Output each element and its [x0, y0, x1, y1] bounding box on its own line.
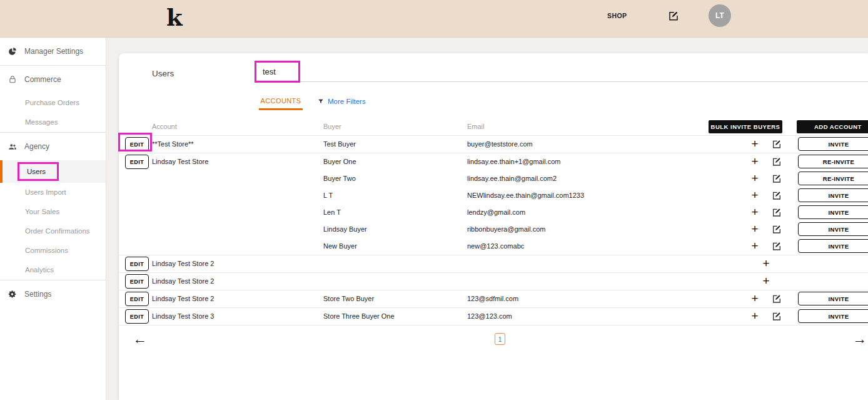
- more-filters-button[interactable]: More Filters: [318, 93, 366, 110]
- sidebar-item-purchase-orders[interactable]: Purchase Orders: [0, 93, 106, 113]
- invite-button[interactable]: INVITE: [798, 222, 868, 236]
- table-row: Buyer Onelindsay.ee.thain+1@gmail.com+RE…: [323, 153, 868, 170]
- edit-buyer-icon[interactable]: [772, 224, 782, 234]
- account-cell: EDITLindsay Test Store 2: [119, 273, 323, 290]
- buyer-rows: +: [323, 255, 868, 272]
- sidebar-item-users-import[interactable]: Users Import: [0, 183, 106, 202]
- table-row: Store Three Buyer One123@123.com+INVITE: [323, 308, 868, 325]
- add-buyer-icon[interactable]: +: [749, 170, 761, 186]
- buyer-name: Test Buyer: [323, 136, 356, 153]
- add-account-button[interactable]: ADD ACCOUNT: [797, 120, 868, 133]
- edit-account-button[interactable]: EDIT: [125, 137, 149, 151]
- edit-buyer-icon[interactable]: [772, 241, 782, 251]
- sidebar-item-label: Users Import: [25, 188, 66, 196]
- sidebar: Manager SettingsCommercePurchase OrdersM…: [0, 38, 106, 400]
- shop-link[interactable]: SHOP: [607, 12, 627, 19]
- buyer-email: 123@123.com: [467, 308, 512, 325]
- account-cell: EDITLindsay Test Store 2: [119, 255, 323, 272]
- edit-buyer-icon[interactable]: [772, 173, 782, 183]
- sidebar-item-your-sales[interactable]: Your Sales: [0, 202, 106, 222]
- page-number[interactable]: 1: [495, 333, 505, 345]
- buyer-name: Len T: [323, 204, 341, 221]
- edit-buyer-icon[interactable]: [772, 190, 782, 200]
- account-name: Lindsay Test Store 2: [152, 290, 214, 307]
- edit-buyer-icon[interactable]: [772, 294, 782, 304]
- add-buyer-icon[interactable]: +: [760, 273, 772, 289]
- account-name: Lindsay Test Store 2: [152, 273, 214, 290]
- row-actions: +INVITE: [735, 204, 868, 221]
- invite-button[interactable]: INVITE: [798, 205, 868, 219]
- sidebar-item-analytics[interactable]: Analytics: [0, 260, 106, 280]
- edit-account-button[interactable]: EDIT: [125, 274, 149, 289]
- invite-button[interactable]: RE-INVITE: [798, 155, 868, 168]
- account-cell: EDIT**Test Store**: [119, 136, 323, 153]
- sidebar-section: Settings: [0, 280, 106, 308]
- add-buyer-icon[interactable]: +: [749, 204, 761, 220]
- buyer-email: buyer@teststore.com: [467, 136, 533, 153]
- sidebar-item-messages[interactable]: Messages: [0, 113, 106, 132]
- account-group: EDITLindsay Test Store 2Store Two Buyer1…: [119, 290, 868, 307]
- edit-buyer-icon[interactable]: [772, 311, 782, 321]
- sidebar-item-order-confirmations[interactable]: Order Confirmations: [0, 222, 106, 241]
- buyer-email: NEWlindsay.ee.thain@gmail.com1233: [467, 187, 584, 204]
- bulk-invite-buyers-button[interactable]: BULK INVITE BUYERS: [709, 120, 782, 133]
- row-actions: +INVITE: [735, 238, 868, 255]
- buyer-email: new@123.comabc: [467, 238, 524, 255]
- buyer-name: Store Three Buyer One: [323, 308, 395, 325]
- search-input[interactable]: [258, 61, 868, 82]
- sidebar-item-manager-settings[interactable]: Manager Settings: [0, 38, 106, 65]
- column-header-account: Account: [152, 118, 177, 135]
- add-buyer-icon[interactable]: +: [760, 255, 772, 271]
- invite-button[interactable]: INVITE: [798, 239, 868, 253]
- sidebar-item-commerce[interactable]: Commerce: [0, 66, 106, 93]
- sidebar-item-settings[interactable]: Settings: [0, 280, 106, 308]
- row-actions: +RE-INVITE: [735, 153, 868, 170]
- account-group: EDITLindsay Test StoreBuyer Onelindsay.e…: [119, 153, 868, 255]
- sidebar-item-label: Order Confirmations: [25, 227, 90, 235]
- edit-account-button[interactable]: EDIT: [125, 309, 149, 324]
- edit-buyer-icon[interactable]: [772, 156, 782, 167]
- edit-account-button[interactable]: EDIT: [125, 292, 149, 306]
- sidebar-item-label: Users: [18, 162, 59, 181]
- invite-button[interactable]: INVITE: [798, 309, 868, 323]
- add-buyer-icon[interactable]: +: [749, 221, 761, 237]
- row-actions: +: [735, 273, 868, 290]
- add-buyer-icon[interactable]: +: [749, 153, 761, 169]
- invite-button[interactable]: INVITE: [798, 188, 868, 202]
- next-page-arrow-icon[interactable]: →: [852, 329, 867, 348]
- add-buyer-icon[interactable]: +: [749, 136, 761, 151]
- row-actions: +INVITE: [735, 290, 868, 307]
- sidebar-item-label: Analytics: [25, 266, 54, 274]
- filter-icon: [318, 98, 324, 105]
- sidebar-item-label: Purchase Orders: [25, 99, 79, 106]
- add-buyer-icon[interactable]: +: [749, 238, 761, 254]
- table-row: +: [323, 255, 868, 272]
- edit-account-button[interactable]: EDIT: [125, 257, 149, 271]
- avatar[interactable]: LT: [709, 4, 731, 27]
- brand-logo[interactable]: k: [166, 4, 183, 31]
- add-buyer-icon[interactable]: +: [749, 290, 761, 306]
- edit-buyer-icon[interactable]: [772, 139, 782, 149]
- invite-button[interactable]: RE-INVITE: [798, 172, 868, 185]
- sidebar-item-users[interactable]: Users: [0, 160, 106, 183]
- buyer-name: Buyer Two: [323, 170, 356, 187]
- add-buyer-icon[interactable]: +: [749, 187, 761, 203]
- sidebar-item-agency[interactable]: Agency: [0, 133, 106, 160]
- account-name: Lindsay Test Store: [152, 153, 208, 170]
- account-group: EDIT**Test Store**Test Buyerbuyer@testst…: [119, 135, 868, 153]
- sidebar-item-commissions[interactable]: Commissions: [0, 241, 106, 260]
- sidebar-item-label: Commerce: [24, 75, 61, 84]
- tab-accounts[interactable]: ACCOUNTS: [259, 93, 303, 110]
- add-buyer-icon[interactable]: +: [749, 308, 761, 324]
- buyer-name: New Buyer: [323, 238, 357, 255]
- edit-account-button[interactable]: EDIT: [125, 155, 149, 169]
- edit-buyer-icon[interactable]: [772, 207, 782, 217]
- sidebar-item-label: Messages: [25, 118, 58, 126]
- pie-chart-icon: [8, 47, 17, 56]
- buyer-rows: Store Two Buyer123@sdfmil.com+INVITE: [323, 290, 868, 307]
- invite-button[interactable]: INVITE: [798, 137, 868, 151]
- invite-button[interactable]: INVITE: [798, 292, 868, 305]
- table-row: New Buyernew@123.comabc+INVITE: [323, 238, 868, 255]
- previous-page-arrow-icon[interactable]: ←: [133, 329, 147, 348]
- compose-icon[interactable]: [668, 10, 679, 21]
